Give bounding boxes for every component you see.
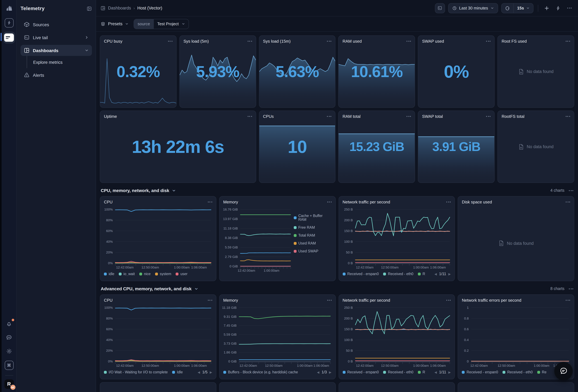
pager-next-icon[interactable]: ▶ bbox=[448, 370, 451, 374]
stat-value: 13h 22m 6s bbox=[100, 111, 256, 183]
pager-prev-icon[interactable]: ◀ bbox=[197, 370, 200, 374]
chart-body: 00.20.40.60.8112:42:00am12:50:00am1:00:0… bbox=[458, 304, 574, 368]
card-menu-button[interactable] bbox=[327, 298, 332, 302]
presets-dropdown[interactable]: Presets bbox=[100, 21, 129, 26]
section-meta: 8 charts bbox=[550, 287, 573, 291]
card-menu-button[interactable] bbox=[168, 40, 172, 43]
svg-text:1:00:00am: 1:00:00am bbox=[297, 364, 313, 367]
refresh-button[interactable] bbox=[502, 3, 513, 13]
support-chat-fab[interactable] bbox=[554, 362, 573, 380]
card-menu-button[interactable] bbox=[569, 287, 573, 291]
more-options-button[interactable] bbox=[565, 4, 574, 12]
card-header: Uptime bbox=[100, 111, 256, 120]
legend-item[interactable]: Used SWAP bbox=[293, 249, 332, 253]
legend-item[interactable]: Received - erspan0 bbox=[342, 272, 379, 276]
legend-items: Received - erspan0Received - eth0R bbox=[342, 370, 430, 374]
card-menu-button[interactable] bbox=[407, 115, 411, 118]
legend-item[interactable]: R bbox=[418, 272, 425, 276]
sidebar-item-dashboards[interactable]: Dashboards bbox=[21, 45, 92, 56]
pager-next-icon[interactable]: ▶ bbox=[448, 272, 451, 276]
legend-item[interactable]: Buffers - Block device (e.g. harddisk) c… bbox=[223, 370, 298, 374]
sidebar-item-alerts[interactable]: Alerts bbox=[21, 69, 92, 81]
legend-item[interactable]: Received - erspan0 bbox=[462, 370, 498, 374]
svg-text:0 B: 0 B bbox=[348, 261, 353, 265]
svg-text:0%: 0% bbox=[108, 359, 113, 363]
svg-text:12:50:00am: 12:50:00am bbox=[265, 364, 283, 367]
command-menu-icon[interactable]: ⌘ bbox=[4, 361, 13, 370]
time-range-dropdown[interactable]: Last 30 minutes bbox=[448, 3, 498, 13]
feedback-chat-icon[interactable] bbox=[4, 333, 13, 342]
section-collapse-icon[interactable] bbox=[172, 189, 176, 193]
panel-toggle-button[interactable] bbox=[435, 3, 445, 13]
legend-item[interactable]: Received - eth0 bbox=[383, 370, 413, 374]
card-menu-button[interactable] bbox=[566, 298, 570, 302]
sidebar-item-sources[interactable]: Sources bbox=[21, 19, 92, 30]
card-menu-button[interactable] bbox=[407, 40, 411, 43]
svg-text:50 B: 50 B bbox=[346, 250, 353, 254]
pager-prev-icon[interactable]: ◀ bbox=[434, 272, 437, 276]
legend-item[interactable]: idle bbox=[104, 272, 114, 276]
card-menu-button[interactable] bbox=[327, 115, 332, 118]
source-filter[interactable]: source Test Project bbox=[134, 19, 189, 29]
card-menu-button[interactable] bbox=[208, 200, 212, 204]
section-collapse-icon[interactable] bbox=[194, 287, 198, 291]
legend-item[interactable]: Free RAM bbox=[293, 226, 332, 229]
brand-logo-icon[interactable] bbox=[4, 4, 13, 13]
card-menu-button[interactable] bbox=[327, 40, 332, 43]
legend-pager: ◀1/11▶ bbox=[434, 370, 451, 374]
add-panel-button[interactable] bbox=[543, 4, 551, 12]
refresh-interval-dropdown[interactable]: 15s bbox=[514, 3, 533, 13]
legend-item[interactable]: nice bbox=[139, 272, 150, 276]
sidebar-item-live-tail[interactable]: Live tail bbox=[21, 32, 92, 43]
legend-label: Received - erspan0 bbox=[347, 370, 379, 374]
no-data-doc-icon bbox=[518, 144, 524, 150]
quick-actions-bolt-button[interactable] bbox=[554, 4, 562, 12]
card-menu-button[interactable] bbox=[208, 298, 212, 302]
legend-item[interactable]: Used RAM bbox=[293, 241, 332, 245]
dashboard-content: CPU busy0.32%Sys load (5m)5.93%Sys load … bbox=[96, 32, 578, 392]
pager-prev-icon[interactable]: ◀ bbox=[434, 370, 437, 374]
chevron-down-icon bbox=[182, 22, 185, 26]
rail-telemetry-selected-icon[interactable] bbox=[3, 32, 15, 44]
sidebar-item-explore-metrics[interactable]: Explore metrics bbox=[21, 57, 92, 68]
card-header: RAM used bbox=[339, 36, 415, 45]
rail-bolt-icon[interactable] bbox=[4, 18, 13, 27]
pager-next-icon[interactable]: ▶ bbox=[329, 370, 332, 374]
legend-item[interactable]: io_wait bbox=[119, 272, 135, 276]
legend-item[interactable]: Idle bbox=[172, 370, 183, 374]
card-menu-button[interactable] bbox=[486, 40, 490, 43]
card-uptime: Uptime13h 22m 6s bbox=[100, 110, 256, 183]
card-menu-button[interactable] bbox=[566, 40, 570, 43]
pager-prev-icon[interactable]: ◀ bbox=[317, 370, 319, 374]
legend-item[interactable]: R bbox=[418, 370, 425, 374]
collapse-sidebar-icon[interactable] bbox=[87, 6, 92, 11]
theme-sun-icon[interactable] bbox=[4, 347, 13, 356]
card-menu-button[interactable] bbox=[569, 189, 573, 192]
card-menu-button[interactable] bbox=[566, 200, 570, 204]
notifications-bell-icon[interactable] bbox=[4, 319, 13, 328]
workspace-logo[interactable]: R NF bbox=[4, 379, 14, 389]
legend-item[interactable]: Re bbox=[537, 370, 546, 374]
svg-text:150 B: 150 B bbox=[344, 229, 353, 233]
card-menu-button[interactable] bbox=[327, 200, 332, 204]
card-sys-load-5m: Sys load (5m)5.93% bbox=[179, 35, 256, 108]
legend-item[interactable]: system bbox=[155, 272, 171, 276]
card-title: Network traffic errors per second bbox=[462, 298, 522, 303]
legend-item[interactable]: Received - erspan0 bbox=[342, 370, 379, 374]
legend-item[interactable]: Cache + Buffer RAM bbox=[293, 214, 332, 221]
card-menu-button[interactable] bbox=[486, 115, 490, 118]
card-menu-button[interactable] bbox=[446, 298, 451, 302]
breadcrumb-dashboards[interactable]: Dashboards bbox=[108, 6, 131, 10]
card-menu-button[interactable] bbox=[566, 115, 570, 118]
pager-next-icon[interactable]: ▶ bbox=[210, 370, 212, 374]
card-menu-button[interactable] bbox=[247, 115, 252, 118]
card-menu-button[interactable] bbox=[446, 200, 451, 204]
legend-item[interactable]: I/O Wait - Waiting for I/O to complete bbox=[104, 370, 168, 374]
card-menu-button[interactable] bbox=[247, 40, 252, 43]
legend-item[interactable]: Received - eth0 bbox=[383, 272, 413, 276]
card-title: Sys load (5m) bbox=[184, 39, 209, 44]
legend-item[interactable]: Received - eth0 bbox=[502, 370, 533, 374]
no-data-doc-icon bbox=[518, 68, 524, 75]
legend-item[interactable]: user bbox=[176, 272, 188, 276]
legend-item[interactable]: Total RAM bbox=[293, 233, 332, 237]
